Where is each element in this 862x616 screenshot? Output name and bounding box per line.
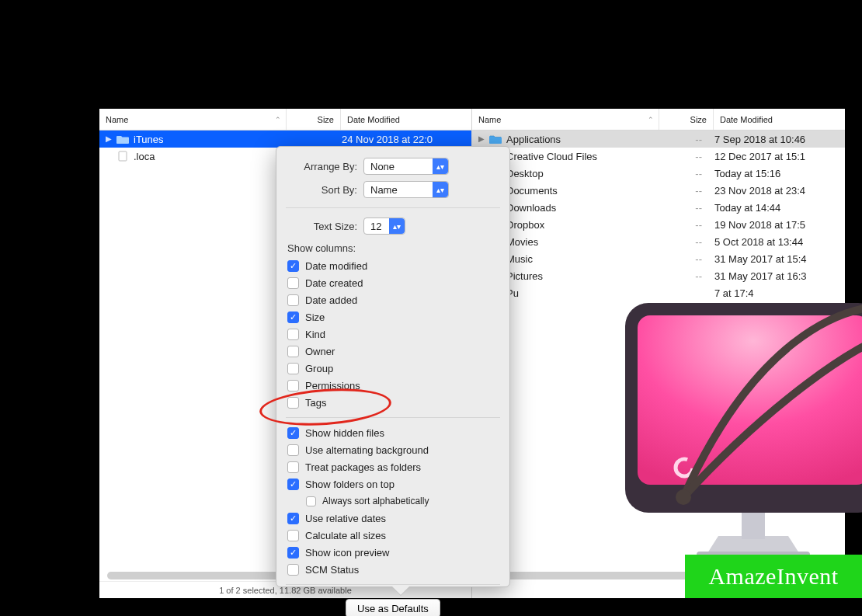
- row-date: 19 Nov 2018 at 17:5: [708, 219, 845, 231]
- checkbox[interactable]: ✓: [287, 311, 299, 323]
- col-header-size[interactable]: Size: [286, 109, 340, 130]
- checkbox[interactable]: ✓: [287, 479, 299, 490]
- sort-by-label: Sort By:: [286, 184, 363, 196]
- row-name: Downloads: [506, 202, 654, 214]
- table-row[interactable]: ▶Applications--7 Sep 2018 at 10:46: [472, 131, 845, 148]
- row-size: --: [654, 202, 708, 214]
- checkbox[interactable]: ✓: [287, 547, 299, 559]
- table-row[interactable]: ▶Pictures--31 May 2017 at 16:3: [472, 267, 845, 284]
- right-pane: Name⌃ Size Date Modified ▶Applications--…: [472, 109, 845, 598]
- checkbox[interactable]: [287, 564, 299, 576]
- table-row[interactable]: ▶Creative Cloud Files--12 Dec 2017 at 15…: [472, 148, 845, 165]
- row-size: --: [654, 236, 708, 248]
- col-header-date[interactable]: Date Modified: [713, 109, 845, 130]
- row-size: --: [654, 270, 708, 282]
- checkbox[interactable]: [287, 346, 299, 357]
- col-header-name[interactable]: Name⌃: [472, 115, 659, 124]
- checkbox-label: Date modified: [305, 260, 367, 272]
- row-name: Dropbox: [506, 219, 654, 231]
- checkbox-label: Always sort alphabetically: [322, 496, 429, 506]
- file-icon: [116, 151, 129, 162]
- table-row[interactable]: ▶iTunes24 Nov 2018 at 22:0: [99, 131, 471, 148]
- col-header-name[interactable]: Name⌃: [99, 115, 286, 124]
- watermark: AmazeInvent: [685, 555, 862, 598]
- row-name: Documents: [506, 185, 654, 197]
- checkbox-label: Use relative dates: [305, 513, 386, 524]
- arrange-by-label: Arrange By:: [286, 161, 363, 172]
- checkbox[interactable]: [287, 397, 299, 409]
- sort-caret-icon: ⌃: [275, 116, 281, 124]
- table-row[interactable]: ▶Documents--23 Nov 2018 at 23:4: [472, 182, 845, 199]
- folder-icon: [116, 134, 129, 144]
- row-date: 24 Nov 2018 at 22:0: [335, 134, 471, 145]
- table-row[interactable]: ▶Dropbox--19 Nov 2018 at 17:5: [472, 216, 845, 233]
- checkbox[interactable]: [287, 530, 299, 541]
- disclosure-triangle-icon[interactable]: ▶: [478, 134, 488, 144]
- sort-by-select[interactable]: Name ▴▾: [363, 181, 449, 198]
- checkbox-label: Tags: [305, 397, 326, 409]
- row-date: 7 Sep 2018 at 10:46: [708, 134, 845, 145]
- row-date: 31 May 2017 at 15:4: [708, 253, 845, 265]
- select-caret-icon: ▴▾: [433, 182, 448, 197]
- disclosure-triangle-icon[interactable]: ▶: [106, 134, 115, 144]
- row-date: Today at 14:44: [708, 202, 845, 214]
- row-size: --: [654, 253, 708, 265]
- row-date: 5 Oct 2018 at 13:44: [708, 236, 845, 248]
- use-as-defaults-button[interactable]: Use as Defaults: [346, 599, 440, 616]
- checkbox-label: Permissions: [305, 380, 360, 392]
- checkbox-label: Show folders on top: [305, 479, 395, 490]
- popover-tail: [391, 586, 410, 595]
- checkbox[interactable]: ✓: [287, 260, 299, 272]
- checkbox[interactable]: [287, 329, 299, 340]
- arrange-by-select[interactable]: None ▴▾: [363, 158, 449, 175]
- row-size: --: [654, 168, 708, 179]
- checkbox[interactable]: ✓: [287, 427, 299, 439]
- checkbox-label: Show icon preview: [305, 547, 389, 559]
- checkbox[interactable]: [287, 444, 299, 456]
- row-name: Pictures: [506, 270, 654, 282]
- row-size: --: [654, 219, 708, 231]
- view-options-popover: Arrange By: None ▴▾ Sort By: Name ▴▾ Tex…: [276, 146, 510, 587]
- checkbox-label: Kind: [305, 329, 325, 340]
- row-date: 12 Dec 2017 at 15:1: [708, 151, 845, 162]
- row-name: Movies: [506, 236, 654, 248]
- table-row[interactable]: ▶Movies--5 Oct 2018 at 13:44: [472, 233, 845, 250]
- text-size-label: Text Size:: [286, 221, 363, 232]
- checkbox[interactable]: ✓: [287, 513, 299, 524]
- checkbox[interactable]: [287, 461, 299, 473]
- checkbox-label: Group: [305, 363, 333, 374]
- show-columns-label: Show columns:: [286, 238, 500, 257]
- column-header: Name⌃ Size Date Modified: [472, 109, 845, 131]
- checkbox[interactable]: [287, 380, 299, 392]
- table-row[interactable]: ▶Downloads--Today at 14:44: [472, 199, 845, 216]
- row-date: 23 Nov 2018 at 23:4: [708, 185, 845, 197]
- checkbox-label: Calculate all sizes: [305, 530, 386, 541]
- table-row[interactable]: ▶Desktop--Today at 15:16: [472, 165, 845, 182]
- column-header: Name⌃ Size Date Modified: [99, 109, 471, 131]
- checkbox-label: Date added: [305, 294, 357, 306]
- select-caret-icon: ▴▾: [433, 158, 448, 174]
- checkbox[interactable]: [287, 277, 299, 289]
- checkbox-label: Size: [305, 311, 325, 323]
- checkbox-label: Date created: [305, 277, 363, 289]
- col-header-date[interactable]: Date Modified: [340, 109, 471, 130]
- row-date: 31 May 2017 at 16:3: [708, 270, 845, 282]
- row-name: Pu: [506, 287, 654, 299]
- checkbox[interactable]: [287, 294, 299, 306]
- select-caret-icon: ▴▾: [389, 218, 405, 234]
- row-name: Creative Cloud Files: [506, 151, 654, 162]
- row-name: iTunes: [134, 134, 281, 145]
- text-size-select[interactable]: 12 ▴▾: [363, 218, 405, 235]
- checkbox[interactable]: [287, 363, 299, 374]
- row-name: Music: [506, 253, 654, 265]
- checkbox-label: SCM Status: [305, 564, 359, 576]
- row-name: Desktop: [506, 168, 654, 179]
- checkbox-always-sort-alpha[interactable]: [306, 496, 316, 506]
- checkbox-label: Use alternating background: [305, 444, 429, 456]
- row-date: 7 at 17:4: [708, 287, 845, 299]
- row-name: Applications: [506, 134, 654, 145]
- table-row[interactable]: ▶Music--31 May 2017 at 15:4: [472, 250, 845, 267]
- table-row[interactable]: ▶Pu7 at 17:4: [472, 284, 845, 301]
- col-header-size[interactable]: Size: [659, 109, 713, 130]
- row-size: --: [654, 185, 708, 197]
